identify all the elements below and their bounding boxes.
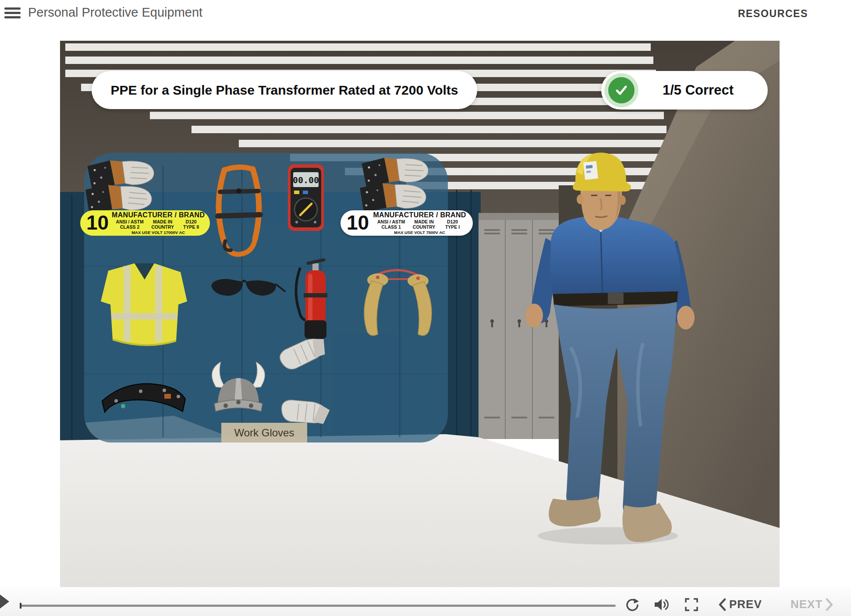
play-button[interactable] — [0, 592, 11, 611]
resources-button[interactable]: RESOURCES — [738, 8, 808, 20]
play-icon — [0, 593, 9, 610]
fullscreen-button[interactable] — [684, 598, 699, 612]
chevron-left-icon — [718, 598, 727, 611]
replay-button[interactable] — [625, 598, 640, 612]
item-tooltip: Work Gloves — [221, 423, 307, 443]
multimeter-display: 00.00 — [293, 175, 319, 185]
score-badge: 1/5 Correct — [601, 71, 768, 110]
next-button[interactable]: NEXT — [788, 598, 834, 611]
seekbar-playhead[interactable] — [20, 603, 21, 609]
slide-stage: 00.00 — [60, 41, 780, 587]
chevron-right-icon — [825, 598, 834, 611]
score-text: 1/5 Correct — [635, 82, 768, 98]
top-bar: Personal Protective Equipment RESOURCES — [0, 0, 851, 27]
replay-icon — [625, 598, 640, 612]
hamburger-menu-icon[interactable] — [4, 7, 21, 21]
glove-rating-label-class2: 10 MANUFACTURER / BRAND ANSI / ASTM MADE… — [80, 210, 210, 236]
page-title: Personal Protective Equipment — [28, 5, 202, 20]
glove-rating-label-class1: 10 MANUFACTURER / BRAND ANSI / ASTM MADE… — [340, 210, 473, 236]
player-bar: PREV NEXT — [0, 587, 851, 616]
seekbar[interactable] — [20, 605, 616, 607]
check-circle-icon — [608, 77, 635, 103]
item-hi-vis-vest[interactable] — [101, 263, 187, 345]
volume-icon — [654, 598, 670, 612]
avatar-hand-right — [677, 306, 695, 329]
prev-button[interactable]: PREV — [718, 598, 765, 611]
course-player: Personal Protective Equipment RESOURCES — [0, 0, 851, 616]
avatar-hand-left — [525, 304, 543, 327]
item-digital-multimeter[interactable]: 00.00 — [288, 164, 324, 231]
fullscreen-icon — [684, 598, 699, 612]
locker-room-scene: 00.00 — [60, 41, 780, 587]
prev-label: PREV — [729, 598, 762, 611]
next-label: NEXT — [791, 598, 823, 611]
avatar-boot-left — [549, 496, 601, 527]
question-banner: PPE for a Single Phase Transformer Rated… — [92, 71, 477, 109]
volume-button[interactable] — [654, 598, 670, 612]
